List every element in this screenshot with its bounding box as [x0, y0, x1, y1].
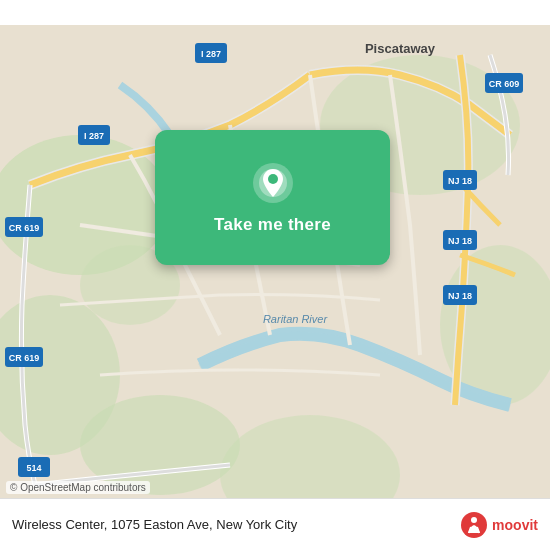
bottom-bar: Wireless Center, 1075 Easton Ave, New Yo… — [0, 498, 550, 550]
svg-text:Piscataway: Piscataway — [365, 41, 436, 56]
svg-point-30 — [268, 174, 278, 184]
svg-text:NJ 18: NJ 18 — [448, 291, 472, 301]
svg-text:I 287: I 287 — [84, 131, 104, 141]
location-text: Wireless Center, 1075 Easton Ave, New Yo… — [12, 517, 460, 532]
map-container: I 287 I 287 NJ 18 NJ 18 NJ 18 CR 619 CR … — [0, 0, 550, 550]
moovit-brand-icon — [460, 511, 488, 539]
moovit-logo: moovit — [460, 511, 538, 539]
svg-text:I 287: I 287 — [201, 49, 221, 59]
svg-text:NJ 18: NJ 18 — [448, 236, 472, 246]
action-card[interactable]: Take me there — [155, 130, 390, 265]
map-background: I 287 I 287 NJ 18 NJ 18 NJ 18 CR 619 CR … — [0, 0, 550, 550]
svg-text:Raritan River: Raritan River — [263, 313, 329, 325]
moovit-brand-name: moovit — [492, 517, 538, 533]
svg-text:CR 619: CR 619 — [9, 353, 40, 363]
svg-text:CR 619: CR 619 — [9, 223, 40, 233]
svg-point-32 — [471, 517, 477, 523]
svg-text:CR 609: CR 609 — [489, 79, 520, 89]
take-me-there-label: Take me there — [214, 215, 331, 235]
attribution-text: © OpenStreetMap contributors — [10, 482, 146, 493]
svg-text:NJ 18: NJ 18 — [448, 176, 472, 186]
osm-attribution: © OpenStreetMap contributors — [6, 481, 150, 494]
location-pin-icon — [251, 161, 295, 205]
svg-text:514: 514 — [26, 463, 41, 473]
